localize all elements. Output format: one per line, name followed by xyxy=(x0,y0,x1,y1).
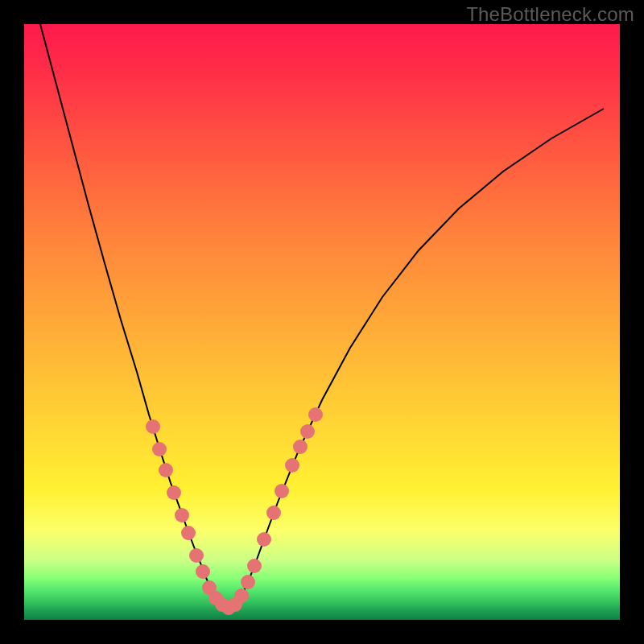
curve-marker xyxy=(275,484,289,498)
curve-markers xyxy=(146,407,323,615)
watermark-text: TheBottleneck.com xyxy=(466,3,634,26)
curve-marker xyxy=(293,440,308,454)
curve-marker xyxy=(241,575,255,589)
curve-marker xyxy=(189,548,204,563)
curve-marker xyxy=(152,442,167,456)
curve-marker xyxy=(181,526,196,540)
curve-marker xyxy=(257,532,271,547)
curve-marker xyxy=(308,407,323,422)
bottleneck-curve xyxy=(40,24,604,608)
plot-area xyxy=(24,24,620,620)
curve-marker xyxy=(266,506,281,520)
curve-marker xyxy=(247,559,262,573)
curve-marker xyxy=(285,458,299,473)
curve-marker xyxy=(167,485,181,500)
chart-svg xyxy=(24,24,620,620)
curve-marker xyxy=(175,508,189,522)
curve-marker xyxy=(300,424,315,439)
curve-marker xyxy=(196,564,210,579)
curve-marker xyxy=(146,419,160,434)
curve-marker xyxy=(234,588,249,603)
curve-marker xyxy=(159,463,173,477)
chart-frame: TheBottleneck.com xyxy=(0,0,644,644)
